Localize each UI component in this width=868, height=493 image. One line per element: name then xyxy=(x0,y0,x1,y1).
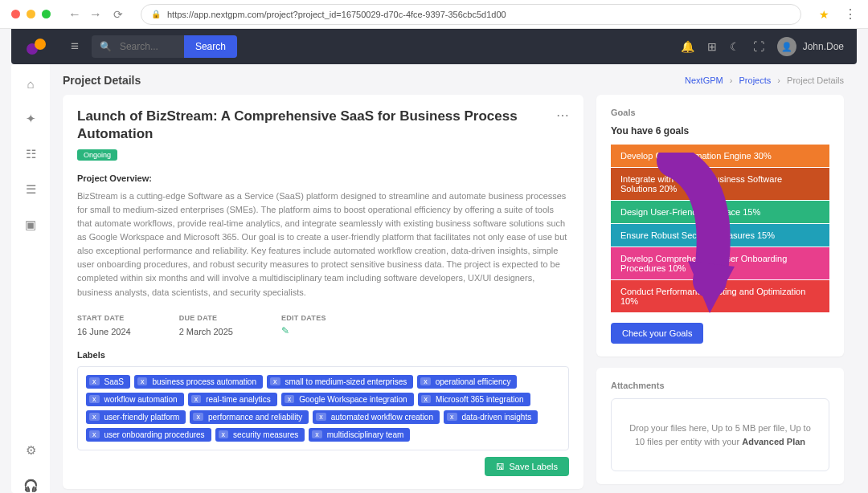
start-date-label: START DATE xyxy=(77,314,131,322)
edit-dates-label: EDIT DATES xyxy=(281,314,326,322)
tag-remove-icon[interactable]: x xyxy=(89,377,100,385)
due-date: 2 March 2025 xyxy=(179,327,233,336)
tag-remove-icon[interactable]: x xyxy=(316,413,326,421)
user-chip[interactable]: 👤 John.Doe xyxy=(777,37,844,56)
label-tag: xsecurity measures xyxy=(215,428,305,442)
goal-bar[interactable]: Ensure Robust Security Measures 15% xyxy=(611,224,829,246)
search-box: 🔍 Search xyxy=(92,35,237,58)
label-tag: xoperational efficiency xyxy=(417,375,517,389)
label-tag: xSaaS xyxy=(86,375,130,389)
window-min-dot[interactable] xyxy=(27,10,35,18)
breadcrumb: NextGPM › Projects › Project Details xyxy=(685,75,844,85)
target-icon[interactable]: ✦ xyxy=(26,112,36,126)
breadcrumb-current: Project Details xyxy=(787,75,844,85)
label-tag: xworkflow automation xyxy=(86,393,184,406)
tag-remove-icon[interactable]: x xyxy=(137,377,148,385)
tag-remove-icon[interactable]: x xyxy=(89,430,100,438)
breadcrumb-projects[interactable]: Projects xyxy=(739,75,772,85)
app-topbar: ≡ 🔍 Search 🔔 ⊞ ☾ ⛶ 👤 John.Doe xyxy=(11,29,857,64)
browser-menu-icon[interactable]: ⋮ xyxy=(844,6,857,22)
tag-remove-icon[interactable]: x xyxy=(219,430,229,438)
url-text: https://app.nextgpm.com/project?project_… xyxy=(167,10,506,19)
avatar: 👤 xyxy=(777,37,796,56)
check-goals-button[interactable]: Check your Goals xyxy=(611,323,703,344)
bell-icon[interactable]: 🔔 xyxy=(681,40,694,53)
more-icon[interactable]: ⋯ xyxy=(556,108,569,123)
tag-remove-icon[interactable]: x xyxy=(421,395,432,403)
username: John.Doe xyxy=(803,41,844,52)
browser-chrome: ← → ⟳ 🔒 https://app.nextgpm.com/project?… xyxy=(0,0,868,29)
label-tag: xmultidisciplinary team xyxy=(309,428,410,442)
window-max-dot[interactable] xyxy=(42,10,51,18)
svg-point-1 xyxy=(35,39,46,50)
label-tag: xreal-time analytics xyxy=(188,393,277,406)
labels-box: xSaaSxbusiness process automationxsmall … xyxy=(77,366,569,450)
label-tag: xautomated workflow creation xyxy=(313,410,440,424)
list-icon[interactable]: ☰ xyxy=(26,182,36,197)
tag-remove-icon[interactable]: x xyxy=(312,430,322,438)
search-button[interactable]: Search xyxy=(184,35,237,58)
tag-remove-icon[interactable]: x xyxy=(191,395,202,403)
label-tag: xGoogle Workspace integration xyxy=(281,393,414,406)
lock-icon: 🔒 xyxy=(151,10,161,18)
goal-bar[interactable]: Develop Comprehensive User Onboarding Pr… xyxy=(611,247,829,279)
tag-remove-icon[interactable]: x xyxy=(420,377,431,385)
reload-icon[interactable]: ⟳ xyxy=(113,8,123,21)
search-icon: 🔍 xyxy=(92,41,120,52)
window-close-dot[interactable] xyxy=(11,10,20,18)
label-tag: xuser onboarding procedures xyxy=(86,428,211,442)
tag-remove-icon[interactable]: x xyxy=(447,413,457,421)
tag-remove-icon[interactable]: x xyxy=(285,395,295,403)
label-tag: xbusiness process automation xyxy=(134,375,263,389)
overview-label: Project Overview: xyxy=(77,173,569,183)
save-labels-button[interactable]: 🖫 Save Labels xyxy=(485,457,569,476)
dropzone[interactable]: Drop your files here, Up to 5 MB per fil… xyxy=(611,398,829,471)
goal-bar[interactable]: Design User-Friendly Interface 15% xyxy=(611,201,829,223)
goal-bar[interactable]: Conduct Performance Testing and Optimiza… xyxy=(611,280,829,312)
edit-dates-icon[interactable]: ✎ xyxy=(281,325,289,336)
fullscreen-icon[interactable]: ⛶ xyxy=(753,40,764,53)
label-tag: xdata-driven insights xyxy=(444,410,538,424)
label-tag: xMicrosoft 365 integration xyxy=(418,393,530,406)
label-tag: xuser-friendly platform xyxy=(86,410,186,424)
project-title: Launch of BizStream: A Comprehensive Saa… xyxy=(77,108,556,143)
tag-remove-icon[interactable]: x xyxy=(89,413,100,421)
back-icon[interactable]: ← xyxy=(68,7,81,22)
grid-icon[interactable]: ⊞ xyxy=(707,40,717,53)
attachments-panel: Attachments Drop your files here, Up to … xyxy=(596,368,844,484)
tag-remove-icon[interactable]: x xyxy=(270,377,280,385)
goal-bar[interactable]: Develop Core Automation Engine 30% xyxy=(611,145,829,167)
moon-icon[interactable]: ☾ xyxy=(730,40,740,53)
start-date: 16 June 2024 xyxy=(77,327,131,336)
label-tag: xsmall to medium-sized enterprises xyxy=(267,375,413,389)
search-input[interactable] xyxy=(120,41,184,52)
home-icon[interactable]: ⌂ xyxy=(27,77,34,91)
goals-count: You have 6 goals xyxy=(611,125,829,136)
bookmark-icon[interactable]: ★ xyxy=(819,8,829,21)
tag-remove-icon[interactable]: x xyxy=(193,413,203,421)
app-logo[interactable] xyxy=(24,35,48,59)
goals-panel-title: Goals xyxy=(611,108,829,117)
goals-panel: Goals You have 6 goals Develop Core Auto… xyxy=(596,95,844,357)
label-tag: xperformance and reliability xyxy=(190,410,309,424)
gear-icon[interactable]: ⚙ xyxy=(26,443,36,458)
due-date-label: DUE DATE xyxy=(179,314,233,322)
goals-list: Develop Core Automation Engine 30%Integr… xyxy=(611,145,829,312)
tag-remove-icon[interactable]: x xyxy=(89,395,100,403)
menu-toggle-icon[interactable]: ≡ xyxy=(71,39,79,55)
box-icon[interactable]: ▣ xyxy=(25,218,36,232)
save-icon: 🖫 xyxy=(496,462,505,471)
url-bar[interactable]: 🔒 https://app.nextgpm.com/project?projec… xyxy=(141,4,801,25)
overview-text: BizStream is a cutting-edge Software as … xyxy=(77,189,569,299)
page-title: Project Details xyxy=(63,74,141,87)
breadcrumb-root[interactable]: NextGPM xyxy=(685,75,723,85)
status-badge: Ongoing xyxy=(77,149,117,161)
sliders-icon[interactable]: ☷ xyxy=(26,147,36,161)
main-content: Project Details NextGPM › Projects › Pro… xyxy=(50,64,857,493)
goal-bar[interactable]: Integrate with Popular Business Software… xyxy=(611,168,829,200)
headset-icon[interactable]: 🎧 xyxy=(23,479,39,493)
labels-section-label: Labels xyxy=(77,350,569,360)
attachments-title: Attachments xyxy=(611,381,829,390)
forward-icon[interactable]: → xyxy=(89,7,102,22)
project-card: Launch of BizStream: A Comprehensive Saa… xyxy=(63,95,583,489)
